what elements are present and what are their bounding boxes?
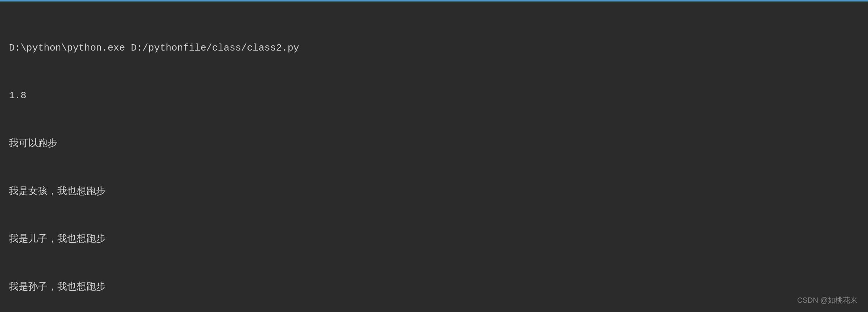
output-line-2: 我可以跑步 [9,136,859,152]
terminal: D:\python\python.exe D:/pythonfile/class… [0,1,868,312]
output-line-4: 我是儿子，我也想跑步 [9,231,859,247]
output-line-3: 我是女孩，我也想跑步 [9,184,859,200]
cmd-line: D:\python\python.exe D:/pythonfile/class… [9,40,859,56]
output-line-1: 1.8 [9,88,859,104]
output-line-5: 我是孙子，我也想跑步 [9,279,859,295]
watermark: CSDN @如桃花来 [797,295,858,305]
